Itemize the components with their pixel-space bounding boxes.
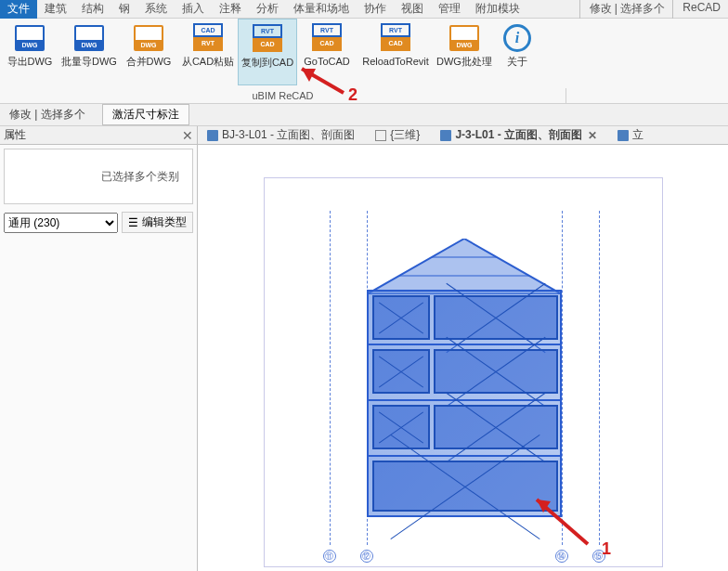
roof-icon (367, 239, 562, 294)
btn-edit-type[interactable]: ☰ 编辑类型 (122, 212, 193, 233)
view-tab-3d[interactable]: {三维} (371, 127, 423, 143)
properties-close-icon[interactable]: ✕ (182, 128, 193, 143)
dwg-merge-icon: DWG (133, 22, 164, 54)
menu-systems[interactable]: 系统 (137, 0, 175, 19)
btn-export-dwg[interactable]: DWG 导出DWG (0, 19, 59, 85)
menu-annotate[interactable]: 注释 (212, 0, 249, 19)
menu-recad[interactable]: ReCAD (672, 0, 728, 19)
drawing-canvas[interactable]: ⑪ ⑫ ⑭ ⑮ (198, 145, 728, 571)
menu-steel[interactable]: 钢 (111, 0, 137, 19)
sheet-icon (207, 130, 218, 141)
dwg-export-icon: DWG (14, 22, 46, 54)
btn-paste-from-cad[interactable]: CADRVT 从CAD粘贴 (178, 19, 238, 85)
btn-dwg-batch-process[interactable]: DWG DWG批处理 (435, 19, 494, 85)
dwg-batch-icon: DWG (73, 22, 105, 54)
menu-modify[interactable]: 修改 | 选择多个 (579, 0, 673, 19)
edit-type-icon: ☰ (128, 216, 138, 229)
properties-title: 属性 (4, 127, 26, 143)
main-menubar: 文件 建筑 结构 钢 系统 插入 注释 分析 体量和场地 协作 视图 管理 附加… (0, 0, 728, 19)
menu-file[interactable]: 文件 (0, 0, 37, 19)
sheet-frame: ⑪ ⑫ ⑭ ⑮ (264, 177, 663, 567)
sheet-icon (440, 130, 451, 141)
btn-batch-export-dwg[interactable]: DWG 批量导DWG (59, 19, 119, 85)
floor-3 (367, 345, 562, 401)
workspace: 属性 ✕ 已选择多个类别 通用 (230) ☰ 编辑类型 BJ-3-L01 - … (0, 126, 728, 571)
view-tab-j3l01[interactable]: J-3-L01 - 立面图、剖面图 ✕ (436, 127, 601, 143)
cad-copy-icon: RVTCAD (252, 23, 283, 55)
annotation-number-2: 2 (348, 85, 358, 105)
context-bar: 修改 | 选择多个 激活尺寸标注 (0, 104, 728, 126)
properties-type-selector[interactable]: 已选择多个类别 (4, 149, 193, 204)
view-tab-close-icon[interactable]: ✕ (588, 129, 597, 142)
view-tab-extra[interactable]: 立 (614, 127, 647, 143)
menu-structure[interactable]: 结构 (74, 0, 111, 19)
menu-collab[interactable]: 协作 (357, 0, 394, 19)
properties-instance-select[interactable]: 通用 (230) (4, 213, 118, 233)
grid-bubble-12: ⑫ (360, 550, 373, 563)
context-crumb: 修改 | 选择多个 (0, 105, 95, 124)
btn-copy-to-cad[interactable]: RVTCAD 复制到CAD (238, 19, 297, 85)
menu-massing[interactable]: 体量和场地 (286, 0, 357, 19)
ribbon: DWG 导出DWG DWG 批量导DWG DWG 合并DWG CADRVT 从C… (0, 19, 728, 104)
menu-analyze[interactable]: 分析 (249, 0, 286, 19)
menu-view[interactable]: 视图 (394, 0, 431, 19)
ribbon-group-caption: uBIM ReCAD (0, 88, 566, 103)
btn-reload-to-revit[interactable]: RVTCAD ReloadToRevit (357, 19, 435, 85)
annotation-number-1: 1 (602, 539, 611, 559)
info-icon: i (501, 22, 533, 54)
reload-revit-icon: RVTCAD (380, 22, 411, 54)
cad-paste-icon: CADRVT (192, 22, 224, 54)
view-tab-bj3l01[interactable]: BJ-3-L01 - 立面图、剖面图 (203, 127, 358, 143)
view-area: BJ-3-L01 - 立面图、剖面图 {三维} J-3-L01 - 立面图、剖面… (198, 126, 728, 571)
goto-cad-icon: RVTCAD (311, 22, 343, 54)
annotation-arrow-1 (523, 488, 597, 553)
menu-manage[interactable]: 管理 (431, 0, 468, 19)
floor-2 (367, 401, 562, 457)
menu-insert[interactable]: 插入 (175, 0, 212, 19)
floor-4 (367, 290, 562, 345)
btn-about[interactable]: i 关于 (494, 19, 540, 85)
cube-icon (375, 130, 386, 141)
btn-activate-dimension[interactable]: 激活尺寸标注 (102, 104, 189, 125)
sheet-icon (618, 130, 629, 141)
menu-architecture[interactable]: 建筑 (37, 0, 74, 19)
menu-addins[interactable]: 附加模块 (468, 0, 527, 19)
svg-marker-0 (367, 239, 562, 294)
grid-bubble-11: ⑪ (323, 550, 336, 563)
view-tab-bar: BJ-3-L01 - 立面图、剖面图 {三维} J-3-L01 - 立面图、剖面… (198, 126, 728, 145)
btn-merge-dwg[interactable]: DWG 合并DWG (119, 19, 178, 85)
properties-panel: 属性 ✕ 已选择多个类别 通用 (230) ☰ 编辑类型 (0, 126, 198, 571)
building-selection[interactable] (367, 290, 562, 517)
dwg-batchproc-icon: DWG (448, 22, 480, 54)
